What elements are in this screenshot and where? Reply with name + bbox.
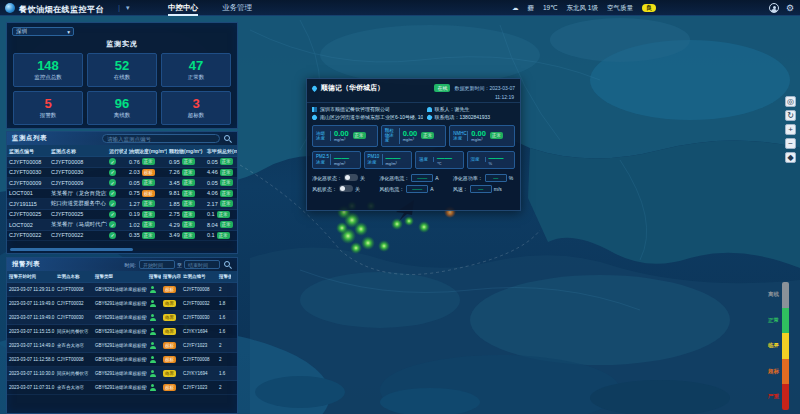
search-icon[interactable] [224,135,232,143]
alarm-list-title: 报警列表 [12,260,40,269]
online-check-icon: ✓ [109,190,116,197]
alarm-search-icon[interactable] [224,261,232,269]
time-filter-label: 时间: [125,262,136,268]
confirm-person-icon[interactable] [149,328,156,335]
monitor-table-scrollbar[interactable] [10,248,234,251]
toggle-state: 关 [355,186,360,192]
online-check-icon: ✓ [109,169,116,176]
table-cell: 0.1正常 [205,211,237,218]
confirm-person-icon[interactable] [149,314,156,321]
table-cell: GBY6291油烟浓度超标报警 [93,301,147,306]
region-select[interactable]: 深圳 ▾ [12,27,74,36]
metric-label: 温度 [419,157,434,162]
alarm-row[interactable]: 2023-03-07 11:07:31.0金百合大酒店GBY6291油烟浓度超标… [7,381,237,395]
metric-value-wrap: ——% [489,154,504,166]
table-cell: 超标 [161,384,181,391]
alarm-row[interactable]: 2023-03-07 11:19:49.0CJYFT00032GBY6291油烟… [7,297,237,311]
table-row[interactable]: LOCT002某某餐厅（马成时代广场店）✓1.02正常4.29正常8.04正常 [7,220,237,231]
column-header: 监测点编号 [7,148,49,154]
status-badge: 正常 [182,211,195,218]
alarm-row[interactable]: 2023-03-07 11:14:49.0金百合大酒店GBY6291油烟浓度超标… [7,339,237,353]
weather-strip: ☁ 霾 19℃ 东北风 1级 空气质量 良 [512,0,656,16]
confirm-person-icon[interactable] [149,342,156,349]
metric-value: 0.00 [403,130,418,137]
control-unit: m/s [494,186,502,192]
alarm-row[interactable]: 2023-03-07 11:19:49.0CJYFT00030GBY6291油烟… [7,311,237,325]
phone-icon [427,114,433,120]
zoom-in-icon[interactable]: + [785,124,796,135]
metric-card: 油烟浓度0.00mg/m³正常 [312,125,378,147]
confirm-person-icon[interactable] [149,300,156,307]
table-row[interactable]: CJYFT00025CJYFT00025✓0.19正常2.75正常0.1正常 [7,210,237,221]
monitor-search-input[interactable] [107,136,215,142]
metric-value: 0.95 [169,159,180,165]
toggle-switch[interactable] [339,185,353,192]
table-cell: 9.81正常 [167,190,205,197]
update-time-label: 数据更新时间：2023-03-07 [454,85,515,91]
app-switcher-caret[interactable]: ▾ [126,4,130,12]
table-row[interactable]: CJYFT00022CJYFT00022✓0.35正常3.49正常0.1正常 [7,231,237,242]
end-time-input[interactable]: 结束时间 [184,260,220,269]
alarm-table-header: 报警开始时间监测点名称报警类型报警确认人报警内容监测点编号报警值 [7,271,237,283]
stat-value: 52 [115,59,129,72]
metric-value: —— [489,154,504,161]
table-row[interactable]: CJYFT00030CJYFT00030✓2.03超标7.26正常4.46正常 [7,168,237,179]
legend-segment [782,308,789,334]
metric-value: 2.03 [129,169,140,175]
refresh-icon[interactable]: ↻ [785,110,796,121]
control-unit: A [430,186,433,192]
tab-control-center[interactable]: 中控中心 [168,0,198,16]
confirm-person-icon[interactable] [149,370,156,377]
dashboard-screen: 餐饮油烟在线监控平台 | ▾ 中控中心业务管理 ☁ 霾 19℃ 东北风 1级 空… [0,0,800,414]
table-cell: CJYFT00032 [181,301,217,306]
toggle-switch[interactable] [344,174,358,181]
legend-segment [782,282,789,308]
table-cell [147,300,161,307]
metric-value: 0.00 [471,130,486,137]
table-cell: CJYFT00030 [55,315,93,320]
alarm-row[interactable]: 2023-03-07 11:15:15.0同庆时尚餐饮店GBY6291油烟浓度超… [7,325,237,339]
metric-value: 1.02 [129,222,140,228]
measure-icon[interactable]: ◎ [785,96,796,107]
tab-business-mgmt[interactable]: 业务管理 [222,0,252,16]
alarm-row[interactable]: 2023-03-07 11:12:58.0CJYFT00008GBY6291油烟… [7,353,237,367]
user-avatar-icon[interactable] [769,3,779,13]
metric-value: 0.75 [129,190,140,196]
metric-value: 3.45 [169,180,180,186]
stat-card: 5报警数 [13,91,83,125]
online-status-badge: 在线 [434,84,450,92]
table-row[interactable]: CJYFT00009CJYFT00009✓0.05正常3.45正常0.05正常 [7,178,237,189]
metric-label: 湿度 [471,157,486,162]
stat-card: 3超标数 [161,91,231,125]
device-control: 风机电流：——A [379,185,451,193]
locate-icon[interactable]: ◆ [785,152,796,163]
metric-value-wrap: 0.00mg/m³ [471,130,486,142]
table-row[interactable]: LOCT001某某餐厅（龙合百货店）✓0.75超标9.81正常4.06正常 [7,189,237,200]
settings-gear-icon[interactable]: ⚙ [786,0,794,16]
stat-label: 在线数 [114,74,131,81]
table-cell: 3.45正常 [167,179,205,186]
status-badge: 正常 [421,132,434,139]
status-badge: 正常 [217,232,230,239]
zoom-out-icon[interactable]: − [785,138,796,149]
monitor-list-title: 监测点列表 [12,134,47,143]
confirm-person-icon[interactable] [149,286,156,293]
confirm-person-icon[interactable] [149,356,156,363]
status-legend: 离线正常临界超标严重 [768,282,789,410]
table-row[interactable]: CJY191115蛇口街道党群服务中心✓1.27正常1.85正常2.17正常 [7,199,237,210]
alarm-row[interactable]: 2023-03-07 11:29:31.0CJYFT00008GBY6291油烟… [7,283,237,297]
status-badge: 临界 [163,314,176,321]
control-label: 净化器状态： [312,175,342,181]
confirm-person-icon[interactable] [149,384,156,391]
metric-value: 0.35 [129,232,140,238]
chevron-down-icon: ▾ [67,29,70,35]
app-title: 餐饮油烟在线监控平台 [19,4,104,15]
stat-value: 47 [189,59,203,72]
status-badge: 正常 [142,221,155,228]
start-time-input[interactable]: 开始时间 [139,260,175,269]
metric-value-wrap: ——℃ [437,154,452,166]
table-row[interactable]: CJYFT00008CJYFT00008✓0.76正常0.95正常0.05正常 [7,157,237,168]
status-badge: 正常 [142,211,155,218]
alarm-row[interactable]: 2023-03-07 11:10:30.0同庆时尚餐饮店GBY6291油烟浓度超… [7,367,237,381]
legend-label: 临界 [768,333,779,359]
